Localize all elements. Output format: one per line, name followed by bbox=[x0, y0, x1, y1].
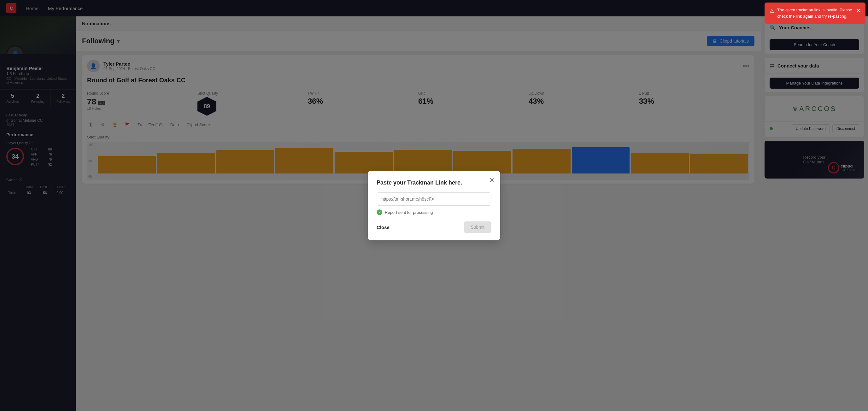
success-check-icon: ✓ bbox=[377, 210, 382, 215]
modal-submit-button[interactable]: Submit bbox=[464, 221, 491, 233]
success-text: Report sent for processing bbox=[385, 210, 433, 215]
warning-icon: ⚠ bbox=[770, 7, 774, 15]
modal-close-x-button[interactable]: ✕ bbox=[489, 176, 495, 184]
modal-success-message: ✓ Report sent for processing bbox=[377, 210, 491, 215]
error-toast: ⚠ The given trackman link is invalid. Pl… bbox=[765, 2, 866, 24]
trackman-modal: Paste your Trackman Link here. ✕ ✓ Repor… bbox=[368, 171, 500, 240]
modal-overlay: Paste your Trackman Link here. ✕ ✓ Repor… bbox=[0, 0, 868, 411]
modal-title: Paste your Trackman Link here. bbox=[377, 180, 491, 186]
trackman-link-input[interactable] bbox=[377, 192, 491, 205]
toast-close-button[interactable]: ✕ bbox=[856, 7, 861, 14]
modal-footer: Close Submit bbox=[377, 221, 491, 233]
modal-close-button[interactable]: Close bbox=[377, 225, 390, 230]
toast-message: The given trackman link is invalid. Plea… bbox=[777, 7, 853, 19]
